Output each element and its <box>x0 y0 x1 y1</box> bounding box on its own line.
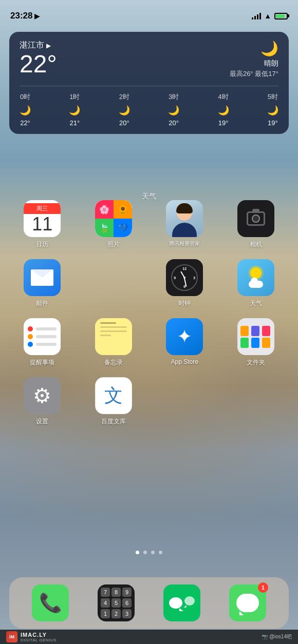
file-orange2 <box>262 338 270 348</box>
page-dot-1[interactable] <box>136 551 139 554</box>
dock-app-wechat[interactable] <box>163 584 200 621</box>
app-item-baidu[interactable]: 文 百度文库 <box>81 377 147 426</box>
weather-left: 湛江市 ▶ 22° <box>20 40 57 76</box>
signal-bar-1 <box>252 17 253 19</box>
file-blue <box>251 338 259 348</box>
app-item-tencent[interactable]: 腾讯相册管家 <box>152 200 218 249</box>
weather-location-icon: ▶ <box>46 42 51 49</box>
page-dot-3[interactable] <box>151 551 155 554</box>
empty-slot-r2c3 <box>81 259 147 308</box>
person-body <box>172 223 197 237</box>
notes-line-3 <box>100 330 127 332</box>
weather-cloud-main <box>249 281 263 288</box>
app-item-files[interactable]: 文件夹 <box>223 318 289 367</box>
weather-hour-1: 1时 🌙 21° <box>69 92 80 127</box>
status-bar: 23:28 ▶ ▲ <box>0 0 298 26</box>
phone-app-icon: 📞 <box>32 584 69 621</box>
calendar-day: 11 <box>32 214 52 235</box>
hour-moon-icon-5: 🌙 <box>267 105 278 116</box>
baidu-symbol: 文 <box>104 383 123 408</box>
reminder-line-3 <box>36 343 57 346</box>
app-label-weather: 天气 <box>250 299 262 308</box>
app-item-photos[interactable]: 🌸 🌻 🍃 💙 照片 <box>81 200 147 249</box>
messages-badge: 1 <box>258 582 268 593</box>
time-display: 23:28 <box>10 11 32 21</box>
photos-icon: 🌸 🌻 🍃 💙 <box>95 200 132 237</box>
weather-right: 🌙 晴朗 最高26° 最低17° <box>230 40 278 79</box>
weather-condition: 晴朗 <box>230 59 278 68</box>
app-item-weather[interactable]: 天气 <box>223 259 289 308</box>
photos-seg-2: 🌻 <box>114 200 132 219</box>
weather-city: 湛江市 ▶ <box>20 40 57 51</box>
battery-fill <box>276 14 285 18</box>
app-label-notes: 备忘录 <box>104 358 123 367</box>
calc-btn-3: 9 <box>122 588 132 597</box>
battery-icon <box>274 13 288 19</box>
weather-sun-shape <box>250 267 262 279</box>
calc-btn-7: 1 <box>101 609 110 618</box>
calc-btn-6: 6 <box>122 598 132 608</box>
app-item-settings[interactable]: ⚙ 设置 <box>9 377 76 426</box>
app-label-photos: 照片 <box>107 240 120 249</box>
weather-moon-icon: 🌙 <box>230 40 278 57</box>
app-label-files: 文件夹 <box>247 358 265 367</box>
wechat-tail-main <box>179 608 183 611</box>
imac-sub-text: DIGITAL GENIUS <box>21 638 57 642</box>
reminder-item-1 <box>28 326 57 331</box>
photos-seg-3: 🍃 <box>95 219 114 237</box>
wechat-bubble-main <box>169 597 182 609</box>
clock-center-dot <box>183 277 185 279</box>
page-dot-4[interactable] <box>159 551 162 554</box>
person-hair <box>176 203 193 213</box>
weather-cloud-puff <box>251 278 258 285</box>
dock-app-phone[interactable]: 📞 <box>32 584 69 621</box>
app-label-camera: 相机 <box>250 240 262 249</box>
calc-grid: 7 8 9 4 5 6 1 2 3 <box>98 584 135 621</box>
photos-seg-1: 🌸 <box>95 200 114 219</box>
wechat-bubbles <box>169 597 195 609</box>
weather-hour-5: 5时 🌙 19° <box>267 92 278 127</box>
reminder-item-3 <box>28 342 57 347</box>
notes-app-icon <box>95 318 132 355</box>
clock-num-12: 12 <box>182 267 187 270</box>
app-item-calendar[interactable]: 周三 11 日历 <box>9 200 76 249</box>
page-dot-2[interactable] <box>143 551 147 554</box>
app-item-clock[interactable]: 12 3 6 9 时钟 <box>152 259 218 308</box>
weather-widget[interactable]: 湛江市 ▶ 22° 🌙 晴朗 最高26° 最低17° 0时 🌙 22° 1时 🌙… <box>9 32 289 134</box>
photos-seg-4: 💙 <box>114 219 132 237</box>
file-book <box>240 326 249 336</box>
app-label-clock: 时钟 <box>178 299 191 308</box>
app-item-mail[interactable]: 邮件 <box>9 259 76 308</box>
calc-btn-8: 2 <box>111 609 121 618</box>
files-grid <box>240 326 271 348</box>
dock-app-calculator[interactable]: 7 8 9 4 5 6 1 2 3 <box>98 584 135 621</box>
app-label-appstore: App Store <box>171 358 198 365</box>
appstore-app-icon: ✦ <box>166 318 203 355</box>
hour-moon-icon-2: 🌙 <box>119 105 130 116</box>
reminders-list <box>24 322 61 351</box>
weather-hour-3: 3时 🌙 20° <box>168 92 179 127</box>
calendar-weekday: 周三 <box>24 203 61 214</box>
hour-moon-icon-1: 🌙 <box>69 105 80 116</box>
signal-bar-2 <box>254 16 256 19</box>
notes-line-1 <box>100 322 116 324</box>
reminder-dot-red <box>28 326 33 331</box>
wechat-app-icon <box>163 584 200 621</box>
file-red <box>262 326 270 336</box>
messages-icon-wrapper: 1 <box>229 584 266 621</box>
dock-app-messages[interactable]: 1 <box>229 584 266 621</box>
watermark: iM IMAC.LY DIGITAL GENIUS 📷 @ios14吧 <box>0 630 298 644</box>
app-item-appstore[interactable]: ✦ App Store <box>152 318 218 367</box>
app-item-reminders[interactable]: 提醒事项 <box>9 318 76 367</box>
wechat-bubble-secondary <box>184 596 195 606</box>
app-item-camera[interactable]: 相机 <box>223 200 289 249</box>
app-item-notes[interactable]: 备忘录 <box>81 318 147 367</box>
dock: 📞 7 8 9 4 5 6 1 2 3 <box>9 577 289 629</box>
clock-num-3: 3 <box>193 276 195 280</box>
weather-cloud-group <box>249 281 263 288</box>
app-label-reminders: 提醒事项 <box>30 358 54 367</box>
app-label-tencent: 腾讯相册管家 <box>169 240 200 247</box>
file-green <box>240 338 249 348</box>
reminders-app-icon <box>24 318 61 355</box>
messages-bubble <box>236 594 259 612</box>
